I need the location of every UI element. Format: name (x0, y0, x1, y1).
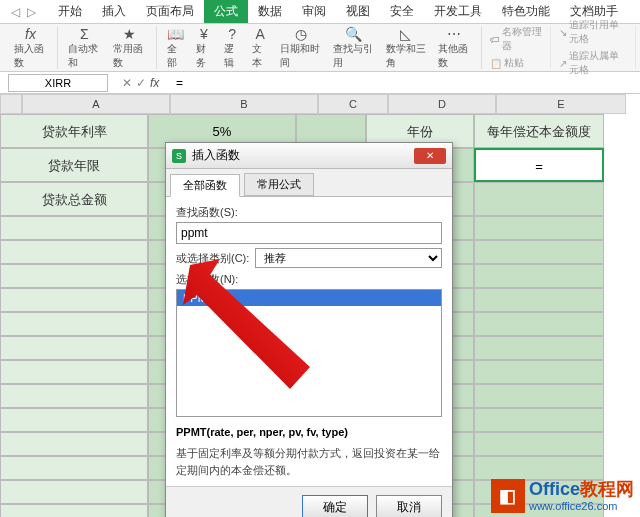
cell-E1[interactable]: 每年偿还本金额度 (474, 114, 604, 148)
insert-function-label: 插入函数 (14, 42, 47, 70)
cell[interactable] (0, 288, 148, 312)
cell[interactable] (474, 432, 604, 456)
cell[interactable] (0, 456, 148, 480)
cell[interactable] (474, 264, 604, 288)
more-icon: ⋯ (447, 26, 461, 42)
tab-layout[interactable]: 页面布局 (136, 0, 204, 23)
watermark-brand: Office教程网 (529, 480, 634, 500)
close-icon[interactable]: ✕ (414, 148, 446, 164)
category-select[interactable]: 推荐 (255, 248, 442, 268)
cell[interactable] (0, 240, 148, 264)
dialog-tab-all[interactable]: 全部函数 (170, 174, 240, 197)
cancel-button[interactable]: 取消 (376, 495, 442, 517)
tag-icon: 🏷 (490, 34, 500, 45)
tab-start[interactable]: 开始 (48, 0, 92, 23)
cell[interactable] (474, 288, 604, 312)
cell[interactable] (0, 480, 148, 504)
star-icon: ★ (123, 26, 136, 42)
logical-fn-button[interactable]: ?逻辑 (218, 24, 246, 72)
cell[interactable] (0, 216, 148, 240)
function-description: 基于固定利率及等额分期付款方式，返回投资在某一给定期间内的本金偿还额。 (176, 441, 442, 478)
name-box[interactable] (8, 74, 108, 92)
col-header-C[interactable]: C (318, 94, 388, 114)
other-fn-button[interactable]: ⋯其他函数 (432, 24, 476, 72)
watermark: ◧ Office教程网 www.office26.com (491, 479, 634, 513)
math-fn-button[interactable]: ◺数学和三角 (380, 24, 433, 72)
dialog-tab-common[interactable]: 常用公式 (244, 173, 314, 196)
cell-A1[interactable]: 贷款年利率 (0, 114, 148, 148)
cell[interactable] (0, 504, 148, 517)
cell-A3[interactable]: 贷款总金额 (0, 182, 148, 216)
cell[interactable] (474, 360, 604, 384)
trace-precedent-button[interactable]: ↘追踪引用单元格 (555, 17, 631, 47)
tab-security[interactable]: 安全 (380, 0, 424, 23)
col-header-B[interactable]: B (170, 94, 318, 114)
watermark-url: www.office26.com (529, 500, 634, 512)
wps-icon: S (172, 149, 186, 163)
cell[interactable] (474, 456, 604, 480)
ok-button[interactable]: 确定 (302, 495, 368, 517)
cell[interactable] (474, 408, 604, 432)
select-all-corner[interactable] (0, 94, 22, 114)
arrow-out-icon: ↗ (559, 58, 567, 69)
tab-formula[interactable]: 公式 (204, 0, 248, 23)
lookup-fn-button[interactable]: 🔍查找与引用 (327, 24, 380, 72)
col-header-E[interactable]: E (496, 94, 626, 114)
tab-features[interactable]: 特色功能 (492, 0, 560, 23)
cell-E3[interactable] (474, 182, 604, 216)
category-label: 或选择类别(C): (176, 251, 249, 266)
cell[interactable] (0, 264, 148, 288)
tab-review[interactable]: 审阅 (292, 0, 336, 23)
dialog-title-text: 插入函数 (192, 147, 240, 164)
search-input[interactable] (176, 222, 442, 244)
main-menu-bar: ◁ ▷ 开始 插入 页面布局 公式 数据 审阅 视图 安全 开发工具 特色功能 … (0, 0, 640, 24)
cell[interactable] (474, 312, 604, 336)
datetime-fn-button[interactable]: ◷日期和时间 (274, 24, 327, 72)
cell[interactable] (474, 336, 604, 360)
cell[interactable] (474, 240, 604, 264)
history-back-icon[interactable]: ◁ (8, 5, 22, 19)
function-list[interactable]: PPMT (176, 289, 442, 417)
cell[interactable] (0, 360, 148, 384)
paste-button[interactable]: 📋粘贴 (486, 55, 546, 71)
cell[interactable] (0, 432, 148, 456)
cell-E2-selected[interactable]: = (474, 148, 604, 182)
tab-data[interactable]: 数据 (248, 0, 292, 23)
formula-bar: ✕ ✓ fx (0, 72, 640, 94)
cell[interactable] (0, 336, 148, 360)
cancel-edit-icon[interactable]: ✕ (122, 76, 132, 90)
list-item-ppmt[interactable]: PPMT (177, 290, 441, 306)
book-icon: 📖 (167, 26, 184, 42)
office-logo-icon: ◧ (491, 479, 525, 513)
search-icon: 🔍 (345, 26, 362, 42)
financial-fn-button[interactable]: ¥财务 (190, 24, 218, 72)
cell[interactable] (0, 384, 148, 408)
cell[interactable] (474, 384, 604, 408)
function-signature: PPMT(rate, per, nper, pv, fv, type) (176, 423, 442, 441)
triangle-icon: ◺ (400, 26, 411, 42)
clock-icon: ◷ (295, 26, 307, 42)
insert-function-button[interactable]: fx 插入函数 (8, 24, 53, 72)
name-manager-button[interactable]: 🏷名称管理器 (486, 24, 546, 54)
cell[interactable] (0, 312, 148, 336)
tab-view[interactable]: 视图 (336, 0, 380, 23)
text-fn-button[interactable]: A文本 (246, 24, 274, 72)
ribbon: fx 插入函数 Σ自动求和 ★常用函数 📖全部 ¥财务 ?逻辑 A文本 ◷日期和… (0, 24, 640, 72)
cell[interactable] (0, 408, 148, 432)
confirm-edit-icon[interactable]: ✓ (136, 76, 146, 90)
col-header-D[interactable]: D (388, 94, 496, 114)
cell-A2[interactable]: 贷款年限 (0, 148, 148, 182)
money-icon: ¥ (200, 26, 208, 42)
col-header-A[interactable]: A (22, 94, 170, 114)
trace-dependent-button[interactable]: ↗追踪从属单元格 (555, 48, 631, 78)
all-fn-button[interactable]: 📖全部 (161, 24, 190, 72)
history-forward-icon[interactable]: ▷ (24, 5, 38, 19)
tab-dev[interactable]: 开发工具 (424, 0, 492, 23)
dialog-titlebar[interactable]: S 插入函数 ✕ (166, 143, 452, 169)
fx-icon[interactable]: fx (150, 76, 166, 90)
common-fn-button[interactable]: ★常用函数 (107, 24, 152, 72)
cell[interactable] (474, 216, 604, 240)
sigma-icon: Σ (80, 26, 89, 42)
tab-insert[interactable]: 插入 (92, 0, 136, 23)
autosum-button[interactable]: Σ自动求和 (62, 24, 107, 72)
